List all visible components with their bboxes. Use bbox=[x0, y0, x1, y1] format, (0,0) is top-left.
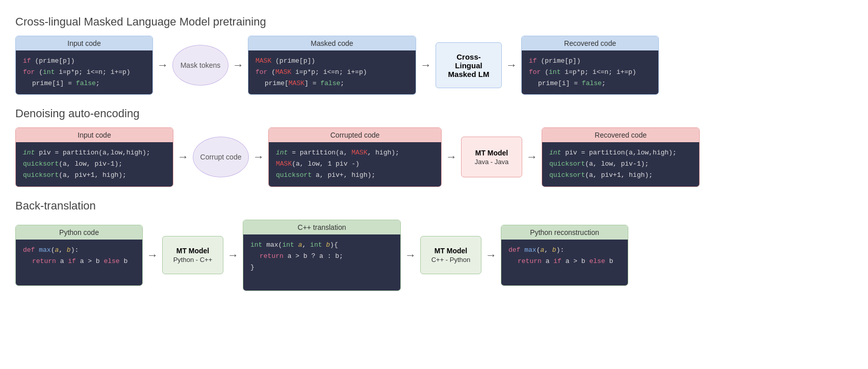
arrow4: → bbox=[506, 59, 517, 72]
section3-python-recon-body: def max(a, b): return a if a > b else b bbox=[501, 240, 628, 285]
section3-python-recon-header: Python reconstruction bbox=[501, 225, 628, 240]
arrow2: → bbox=[233, 59, 244, 72]
arrow11: → bbox=[405, 249, 416, 262]
section1-masked-header: Masked code bbox=[248, 36, 416, 50]
section3-python-header: Python code bbox=[16, 225, 142, 240]
section1-model-title: Cross-LingualMasked LM bbox=[445, 52, 492, 78]
section2-corrupt-oval: Corrupt code bbox=[193, 137, 249, 177]
section1-model-box: Cross-LingualMasked LM bbox=[436, 42, 502, 88]
section1-input-box: Input code if (prime[p]) for (int i=p*p;… bbox=[15, 36, 153, 95]
section3-model2-title: MT Model bbox=[435, 247, 468, 255]
section1-masked-body: MASK (prime[p]) for (MASK i=p*p; i<=n; i… bbox=[248, 50, 416, 94]
section3-title: Back-translation bbox=[15, 199, 853, 213]
section1-diagram: Input code if (prime[p]) for (int i=p*p;… bbox=[15, 36, 853, 95]
section2-recovered-box: Recovered code int piv = partition(a,low… bbox=[542, 127, 700, 187]
section2-input-header: Input code bbox=[16, 128, 173, 142]
section3-model2-box: MT Model C++ - Python bbox=[420, 236, 481, 274]
section1: Cross-lingual Masked Language Model pret… bbox=[15, 15, 853, 95]
arrow9: → bbox=[147, 249, 158, 262]
arrow7: → bbox=[446, 150, 457, 164]
arrow12: → bbox=[486, 249, 497, 262]
section3-cpp-body: int max(int a, int b){ return a > b ? a … bbox=[243, 234, 400, 291]
section2-diagram: Input code int piv = partition(a,low,hig… bbox=[15, 127, 853, 187]
section1-input-header: Input code bbox=[16, 36, 152, 50]
section3-model1-box: MT Model Python - C++ bbox=[162, 236, 223, 274]
section2-model-title: MT Model bbox=[475, 149, 508, 157]
section2-input-box: Input code int piv = partition(a,low,hig… bbox=[15, 127, 173, 187]
section3-diagram: Python code def max(a, b): return a if a… bbox=[15, 220, 853, 291]
section3-cpp-box: C++ translation int max(int a, int b){ r… bbox=[243, 220, 401, 291]
arrow5: → bbox=[177, 150, 189, 164]
section1-title: Cross-lingual Masked Language Model pret… bbox=[15, 15, 853, 29]
section2-corrupted-header: Corrupted code bbox=[269, 128, 441, 142]
section2-recovered-header: Recovered code bbox=[542, 128, 699, 142]
section1-mask-oval: Mask tokens bbox=[172, 45, 228, 86]
section3-model2-subtitle: C++ - Python bbox=[431, 256, 471, 263]
section1-recovered-box: Recovered code if (prime[p]) for (int i=… bbox=[521, 36, 659, 95]
section2-corrupted-box: Corrupted code int = partition(a, MASK, … bbox=[268, 127, 442, 187]
section1-recovered-body: if (prime[p]) for (int i=p*p; i<=n; i+=p… bbox=[522, 50, 658, 94]
section3-model1-subtitle: Python - C++ bbox=[173, 256, 213, 263]
section3-python-recon-box: Python reconstruction def max(a, b): ret… bbox=[501, 225, 628, 286]
arrow10: → bbox=[227, 249, 239, 262]
section1-input-body: if (prime[p]) for (int i=p*p; i<=n; i+=p… bbox=[16, 50, 152, 94]
arrow3: → bbox=[420, 59, 431, 72]
section2-model-box: MT Model Java - Java bbox=[461, 137, 522, 177]
section2-input-body: int piv = partition(a,low,high); quickso… bbox=[16, 142, 173, 186]
arrow6: → bbox=[253, 150, 264, 164]
section2-model-subtitle: Java - Java bbox=[475, 158, 508, 166]
arrow1: → bbox=[157, 59, 168, 72]
section2-corrupted-body: int = partition(a, MASK, high); MASK(a, … bbox=[269, 142, 441, 186]
section3-model1-title: MT Model bbox=[176, 247, 210, 255]
section3-cpp-header: C++ translation bbox=[243, 220, 400, 234]
section3-python-box: Python code def max(a, b): return a if a… bbox=[15, 225, 143, 286]
section2: Denoising auto-encoding Input code int p… bbox=[15, 107, 853, 187]
section1-recovered-header: Recovered code bbox=[522, 36, 658, 50]
section2-recovered-body: int piv = partition(a,low,high); quickso… bbox=[542, 142, 699, 186]
section3-python-body: def max(a, b): return a if a > b else b bbox=[16, 240, 142, 285]
arrow8: → bbox=[526, 150, 538, 164]
section2-title: Denoising auto-encoding bbox=[15, 107, 853, 120]
section3: Back-translation Python code def max(a, … bbox=[15, 199, 853, 291]
section1-masked-box: Masked code MASK (prime[p]) for (MASK i=… bbox=[248, 36, 416, 95]
